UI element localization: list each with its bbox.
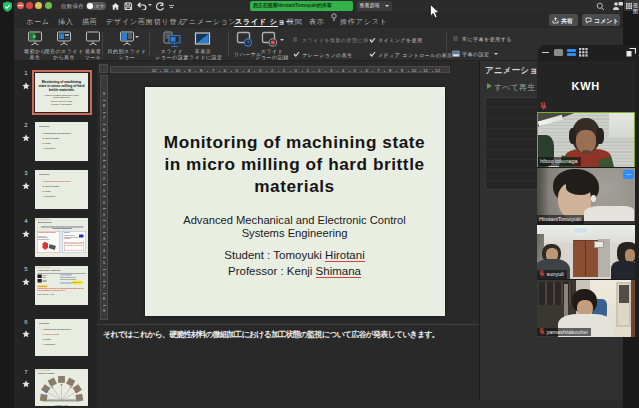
svg-text:LN wafer ( X cut ): LN wafer ( X cut ) <box>54 403 69 405</box>
